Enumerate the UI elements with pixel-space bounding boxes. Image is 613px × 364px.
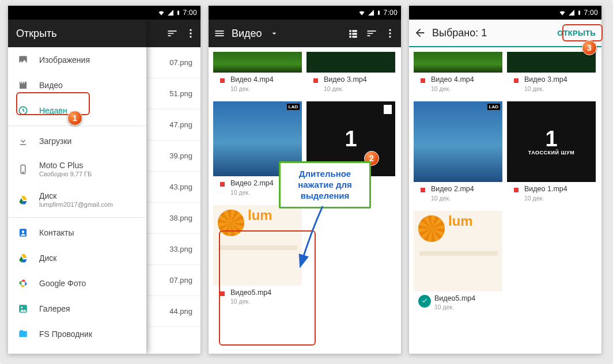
file-date: 10 дек. xyxy=(431,85,474,92)
file-name: Видео 3.mp4 xyxy=(324,76,367,84)
drawer-item-images[interactable]: Изображения xyxy=(8,47,146,73)
divider xyxy=(8,217,146,218)
drawer-item-downloads[interactable]: Загрузки xyxy=(8,128,146,154)
file-date: 10 дек. xyxy=(230,85,274,92)
menu-icon[interactable] xyxy=(213,27,226,40)
drawer-item-contacts[interactable]: Контакты xyxy=(8,220,146,245)
file-name: Видео5.mp4 xyxy=(230,289,271,297)
lum-text: lum xyxy=(448,213,473,229)
thumbnail: LAD xyxy=(414,101,502,182)
clapper-icon xyxy=(218,77,227,84)
label: Загрузки xyxy=(39,136,71,146)
more-icon[interactable] xyxy=(184,27,197,40)
clock: 7:00 xyxy=(383,9,398,17)
divider xyxy=(8,126,146,126)
drawer-item-drive2[interactable]: Диск xyxy=(8,245,146,271)
file-name: Видео 3.mp4 xyxy=(524,76,567,84)
dropdown-icon[interactable] xyxy=(268,27,281,40)
svg-point-9 xyxy=(21,306,22,308)
drawer-item-es[interactable]: FS Проводник xyxy=(8,321,146,347)
step-badge-3: 3 xyxy=(582,40,597,55)
label: Изображения xyxy=(39,55,90,65)
svg-point-0 xyxy=(190,29,191,31)
drive-icon xyxy=(17,194,29,206)
drawer-item-drive[interactable]: Дискlumpfirm2017@gmail.com xyxy=(8,184,146,215)
svg-point-2 xyxy=(190,36,191,37)
drawer-item-device[interactable]: Moto C PlusСвободно 9,77 ГБ xyxy=(8,154,146,184)
wifi-icon xyxy=(358,9,366,16)
video-cell[interactable]: LAD Видео 2.mp410 дек. xyxy=(414,101,502,206)
lad-badge: LAD xyxy=(487,104,500,110)
video-cell[interactable]: Видео 3.mp410 дек. xyxy=(306,52,395,97)
toolbar: Видео xyxy=(209,20,401,47)
label: Видео xyxy=(39,81,63,90)
more-icon[interactable] xyxy=(384,27,396,40)
label: Диск xyxy=(39,191,113,200)
file-date: 10 дек. xyxy=(230,189,274,196)
signal-icon xyxy=(568,9,575,16)
drawer-item-gphotos[interactable]: Google Фото xyxy=(8,271,146,296)
back-icon[interactable] xyxy=(414,26,426,39)
clapper-icon xyxy=(418,77,427,84)
folder-icon xyxy=(17,328,29,340)
video-grid: Видео 4.mp410 дек. Видео 3.mp410 дек. LA… xyxy=(409,47,601,320)
sort-icon[interactable] xyxy=(365,27,378,40)
trash-icon xyxy=(384,105,392,114)
sublabel: lumpfirm2017@gmail.com xyxy=(39,201,113,208)
file-name: Видео 2.mp4 xyxy=(431,185,474,194)
thumbnail: lum xyxy=(213,205,302,286)
video-cell[interactable]: 1ТАОССКИЙ ШУМ Видео 1.mp410 дек. xyxy=(507,101,596,206)
phone-icon xyxy=(17,164,29,175)
clapper-icon xyxy=(311,77,320,84)
svg-point-5 xyxy=(22,172,24,173)
download-icon xyxy=(17,135,29,147)
wifi-icon xyxy=(558,9,566,16)
video-cell[interactable]: Видео 4.mp410 дек. xyxy=(213,52,302,97)
thumbnail: 1ТАОССКИЙ ШУМ xyxy=(507,101,596,182)
drawer-item-gallery[interactable]: Галерея xyxy=(8,296,146,321)
svg-point-1 xyxy=(190,32,191,34)
battery-icon xyxy=(577,9,582,17)
video-cell-selected[interactable]: lum Видео5.mp410 дек. xyxy=(414,211,502,316)
tooltip: Длительное нажатие для выделения xyxy=(279,161,371,208)
label: Диск xyxy=(39,253,56,263)
clapper-icon xyxy=(512,187,521,194)
phone-1: 7:00 07.png 51.png 47.png 39.png 43.png … xyxy=(8,6,200,354)
sort-icon[interactable] xyxy=(166,27,179,40)
clock: 7:00 xyxy=(183,9,197,17)
video-cell[interactable]: Видео 3.mp410 дек. xyxy=(507,52,596,97)
svg-point-11 xyxy=(389,32,391,34)
label: Недавн xyxy=(39,106,67,115)
drive-icon xyxy=(17,252,29,264)
signal-icon xyxy=(167,9,174,16)
toolbar-title[interactable]: Видео xyxy=(232,28,262,40)
file-name: Видео 2.mp4 xyxy=(230,180,274,188)
status-bar: 7:00 xyxy=(209,6,401,20)
file-date: 10 дек. xyxy=(524,195,567,202)
video-cell[interactable]: lum Видео5.mp410 дек. xyxy=(213,205,302,310)
signal-icon xyxy=(368,9,374,16)
battery-icon xyxy=(176,9,181,17)
thumbnail xyxy=(306,52,395,73)
label: Контакты xyxy=(39,228,74,237)
file-date: 10 дек. xyxy=(230,298,271,305)
contacts-icon xyxy=(17,227,29,238)
file-date: 10 дек. xyxy=(324,85,367,92)
thumbnail: lum xyxy=(414,211,502,291)
clapper-icon xyxy=(418,187,427,194)
step-badge-1: 1 xyxy=(67,111,82,126)
selection-toolbar: Выбрано: 1 ОТКРЫТЬ xyxy=(409,20,601,47)
video-cell[interactable]: Видео 4.mp410 дек. xyxy=(414,52,502,97)
thumbnail xyxy=(213,52,302,73)
svg-point-12 xyxy=(389,36,391,37)
list-view-icon[interactable] xyxy=(347,27,360,40)
status-bar: 7:00 xyxy=(8,6,200,20)
open-button[interactable]: ОТКРЫТЬ xyxy=(556,26,597,40)
gphotos-icon xyxy=(17,278,29,289)
file-date: 10 дек. xyxy=(524,85,567,92)
file-date: 10 дек. xyxy=(431,195,474,202)
drawer-item-video[interactable]: Видео xyxy=(8,73,146,98)
label: Галерея xyxy=(39,304,70,313)
status-bar: 7:00 xyxy=(409,6,601,20)
svg-point-7 xyxy=(22,230,25,233)
